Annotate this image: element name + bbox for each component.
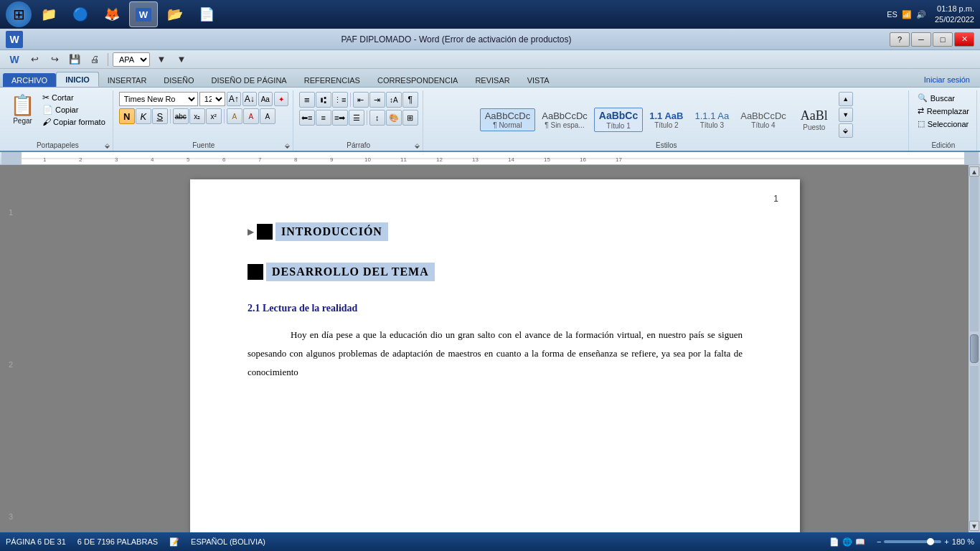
- taskbar-app-filemanager[interactable]: 📂: [161, 1, 189, 27]
- close-button[interactable]: ✕: [954, 32, 974, 47]
- qa-dropdown-button[interactable]: ▼: [153, 52, 170, 67]
- style-normal[interactable]: AaBbCcDc ¶ Normal: [480, 108, 536, 132]
- minimize-button[interactable]: ─: [911, 32, 931, 47]
- taskbar-app-acrobat[interactable]: 📄: [192, 1, 221, 27]
- view-web-icon[interactable]: 🌐: [842, 537, 852, 547]
- login-button[interactable]: Iniciar sesión: [917, 72, 977, 87]
- show-marks-button[interactable]: ¶: [402, 92, 418, 108]
- list-multilevel-button[interactable]: ⋮≡: [332, 92, 348, 108]
- font-size-decrease-button[interactable]: A↓: [242, 92, 257, 106]
- scroll-thumb[interactable]: [970, 334, 979, 363]
- language-status[interactable]: ESPAÑOL (BOLIVIA): [191, 537, 265, 546]
- bold-button[interactable]: N: [119, 108, 135, 124]
- zoom-slider[interactable]: [884, 540, 941, 543]
- view-print-icon[interactable]: 📄: [829, 537, 839, 547]
- style-titulo2[interactable]: 1.1 AaB Título 2: [644, 108, 688, 132]
- tab-diseno-pagina[interactable]: DISEÑO DE PÁGINA: [203, 73, 296, 87]
- doc-page[interactable]: 1 ▶ INTRODUCCIÓN DESARROLLO DEL TEMA 2.1…: [190, 179, 800, 532]
- find-button[interactable]: 🔍 Buscar: [915, 92, 972, 104]
- save-button[interactable]: 💾: [66, 52, 83, 67]
- start-button[interactable]: ⊞: [6, 1, 32, 27]
- group-edicion: 🔍 Buscar ⇄ Reemplazar ⬚ Seleccionar Edic…: [910, 90, 977, 151]
- document-paragraph[interactable]: Hoy en día pese a que la educación dio u…: [248, 326, 743, 382]
- style-sin-espacio[interactable]: AaBbCcDc ¶ Sin espa...: [537, 108, 593, 132]
- font-family-select[interactable]: Times New Ro: [119, 92, 198, 106]
- redo-button[interactable]: ↪: [46, 52, 63, 67]
- undo-button[interactable]: ↩: [26, 52, 43, 67]
- heading-text-desarrollo[interactable]: DESARROLLO DEL TEMA: [266, 263, 435, 281]
- text-effects-button[interactable]: A: [260, 108, 275, 124]
- zoom-out-button[interactable]: −: [877, 537, 881, 546]
- scroll-up-button[interactable]: ▲: [969, 166, 979, 176]
- list-bullet-button[interactable]: ≡: [299, 92, 315, 108]
- underline-button[interactable]: S: [152, 108, 168, 124]
- align-left-button[interactable]: ⬅≡: [299, 110, 315, 126]
- align-justify-button[interactable]: ☰: [349, 110, 364, 126]
- align-right-button[interactable]: ≡➡: [332, 110, 348, 126]
- qa-customize-button[interactable]: ▼: [173, 52, 190, 67]
- clear-format-button[interactable]: ✦: [274, 92, 288, 106]
- align-center-button[interactable]: ≡: [316, 110, 331, 126]
- heading-text-introduccion[interactable]: INTRODUCCIÓN: [275, 222, 388, 241]
- tab-archivo[interactable]: ARCHIVO: [3, 73, 56, 87]
- font-color-button[interactable]: A: [243, 108, 259, 124]
- taskbar-app-word[interactable]: W: [129, 1, 158, 27]
- select-button[interactable]: ⬚ Seleccionar: [915, 118, 972, 130]
- font-size-select[interactable]: 12: [199, 92, 225, 106]
- view-read-icon[interactable]: 📖: [855, 537, 865, 547]
- borders-button[interactable]: ⊞: [402, 110, 418, 126]
- font-case-button[interactable]: Aa: [258, 92, 273, 106]
- style-puesto[interactable]: AaBl Puesto: [793, 106, 836, 134]
- scroll-track-bottom[interactable]: [970, 366, 979, 521]
- styles-expand[interactable]: ⬙: [839, 123, 853, 138]
- tab-diseno[interactable]: DISEÑO: [155, 73, 202, 87]
- maximize-button[interactable]: □: [933, 32, 953, 47]
- scroll-down-button[interactable]: ▼: [969, 521, 979, 531]
- group-expand-portapapeles[interactable]: ⬙: [105, 142, 110, 149]
- tab-correspondencia[interactable]: CORRESPONDENCIA: [369, 73, 466, 87]
- format-copy-button[interactable]: 🖌 Copiar formato: [39, 116, 108, 128]
- style-titulo4[interactable]: AaBbCcDc Título 4: [735, 108, 791, 132]
- decrease-indent-button[interactable]: ⇤: [353, 92, 369, 108]
- cut-button[interactable]: ✂ Cortar: [39, 92, 108, 103]
- highlight-button[interactable]: A: [227, 108, 242, 124]
- taskbar-app-fileexplorer[interactable]: 📁: [34, 1, 63, 27]
- increase-indent-button[interactable]: ⇥: [369, 92, 385, 108]
- sort-button[interactable]: ↕A: [386, 92, 402, 108]
- tab-inicio[interactable]: INICIO: [56, 72, 99, 87]
- tab-vista[interactable]: VISTA: [519, 73, 558, 87]
- subscript-button[interactable]: x₂: [189, 108, 205, 124]
- copy-icon: 📄: [42, 105, 53, 115]
- taskbar-app-firefox[interactable]: 🦊: [98, 1, 126, 27]
- group-expand-parrafo[interactable]: ⬙: [415, 142, 420, 149]
- copy-button[interactable]: 📄 Copiar: [39, 104, 108, 116]
- style-titulo1[interactable]: AaBbCc Título 1: [594, 108, 643, 132]
- group-expand-fuente[interactable]: ⬙: [285, 142, 290, 149]
- replace-button[interactable]: ⇄ Reemplazar: [915, 105, 972, 117]
- print-button[interactable]: 🖨: [86, 52, 103, 67]
- line-spacing-button[interactable]: ↕: [369, 110, 385, 126]
- subheading-lectura[interactable]: 2.1 Lectura de la realidad: [248, 303, 743, 314]
- word-count[interactable]: 6 DE 7196 PALABRAS: [77, 537, 158, 546]
- italic-button[interactable]: K: [136, 108, 151, 124]
- zoom-in-button[interactable]: +: [944, 537, 948, 546]
- tab-referencias[interactable]: REFERENCIAS: [296, 73, 369, 87]
- paste-button[interactable]: 📋 Pegar: [7, 92, 38, 126]
- zoom-thumb[interactable]: [927, 538, 934, 545]
- page-info[interactable]: PÁGINA 6 DE 31: [6, 537, 66, 546]
- shading-button[interactable]: 🎨: [386, 110, 402, 126]
- style-dropdown[interactable]: APA: [113, 52, 150, 67]
- styles-scroll-up[interactable]: ▲: [839, 92, 853, 106]
- taskbar-app-chrome[interactable]: 🔵: [66, 1, 95, 27]
- scroll-track-top[interactable]: [970, 176, 979, 331]
- style-titulo3[interactable]: 1.1.1 Aa Título 3: [690, 108, 735, 132]
- help-button[interactable]: ?: [890, 32, 910, 47]
- font-size-increase-button[interactable]: A↑: [227, 92, 241, 106]
- tab-insertar[interactable]: INSERTAR: [99, 73, 156, 87]
- styles-scroll-down[interactable]: ▼: [839, 108, 853, 122]
- superscript-button[interactable]: x²: [206, 108, 222, 124]
- strikethrough-button[interactable]: abc: [173, 108, 189, 124]
- collapse-arrow-1[interactable]: ▶: [248, 227, 254, 237]
- list-numbered-button[interactable]: ⑆: [316, 92, 331, 108]
- tab-revisar[interactable]: REVISAR: [466, 73, 518, 87]
